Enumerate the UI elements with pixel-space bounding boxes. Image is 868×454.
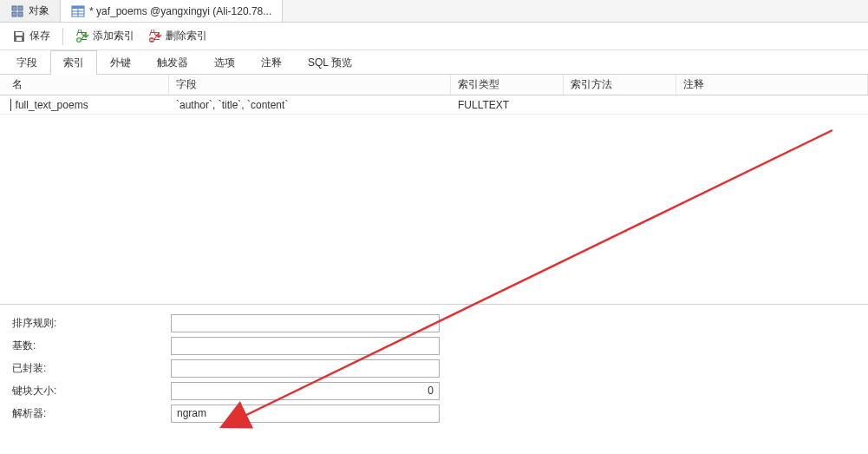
prop-collation-label: 排序规则:	[10, 316, 171, 331]
prop-key-block-size-label: 键块大小:	[10, 384, 171, 398]
prop-cardinality-input[interactable]	[171, 337, 440, 355]
top-tab-bar: 对象 * yaf_poems @yangxingyi (Ali-120.78..…	[0, 0, 868, 23]
index-grid-header: 名 字段 索引类型 索引方法 注释	[0, 75, 868, 95]
save-label: 保存	[29, 29, 50, 43]
tab-comment[interactable]: 注释	[248, 50, 295, 75]
tab-options[interactable]: 选项	[201, 50, 248, 75]
col-header-index-method[interactable]: 索引方法	[564, 75, 676, 95]
objects-icon	[10, 4, 24, 18]
delete-index-button[interactable]: AZ 删除索引	[143, 25, 212, 47]
add-index-button[interactable]: AZ 添加索引	[70, 25, 140, 47]
index-grid-body: `author`, `title`, `content` FULLTEXT	[0, 95, 868, 304]
prop-packed: 已封装:	[10, 357, 858, 379]
prop-cardinality: 基数:	[10, 334, 858, 357]
cell-field[interactable]: `author`, `title`, `content`	[169, 95, 451, 114]
delete-index-label: 删除索引	[166, 29, 207, 43]
prop-cardinality-label: 基数:	[10, 339, 171, 353]
tab-indexes[interactable]: 索引	[50, 50, 97, 75]
top-tab-editor-label: * yaf_poems @yangxingyi (Ali-120.78...	[89, 5, 271, 17]
index-row[interactable]: `author`, `title`, `content` FULLTEXT	[0, 95, 868, 115]
sub-tab-bar: 字段 索引 外键 触发器 选项 注释 SQL 预览	[0, 50, 868, 75]
svg-rect-0	[12, 6, 16, 10]
delete-index-icon: AZ	[148, 30, 162, 43]
top-tab-editor[interactable]: * yaf_poems @yangxingyi (Ali-120.78...	[61, 0, 283, 22]
save-button[interactable]: 保存	[7, 25, 55, 47]
top-tab-objects-label: 对象	[29, 3, 49, 18]
svg-rect-9	[16, 32, 23, 36]
cell-comment[interactable]	[676, 95, 868, 114]
tab-triggers[interactable]: 触发器	[144, 50, 201, 75]
prop-packed-input[interactable]	[171, 359, 440, 378]
separator	[62, 28, 63, 45]
prop-key-block-size: 键块大小:	[10, 379, 858, 402]
svg-rect-3	[18, 12, 23, 16]
tab-sql-preview[interactable]: SQL 预览	[295, 50, 365, 75]
prop-key-block-size-input[interactable]	[171, 382, 440, 400]
prop-packed-label: 已封装:	[10, 361, 171, 376]
toolbar: 保存 AZ 添加索引 AZ 删除索引	[0, 23, 868, 50]
col-header-comment[interactable]: 注释	[676, 75, 868, 95]
prop-collation: 排序规则:	[10, 312, 858, 334]
index-properties-panel: 排序规则: 基数: 已封装: 键块大小: 解析器:	[0, 304, 868, 431]
tab-foreign-keys[interactable]: 外键	[97, 50, 144, 75]
add-index-icon: AZ	[75, 30, 89, 43]
tab-fields[interactable]: 字段	[3, 50, 50, 75]
col-header-index-type[interactable]: 索引类型	[451, 75, 564, 95]
add-index-label: 添加索引	[93, 29, 134, 43]
prop-parser-input[interactable]	[171, 405, 440, 423]
table-icon	[71, 4, 85, 18]
svg-rect-5	[72, 6, 84, 9]
svg-rect-1	[18, 6, 23, 10]
col-header-field[interactable]: 字段	[169, 75, 451, 95]
cell-index-method[interactable]	[564, 95, 676, 114]
cell-index-type[interactable]: FULLTEXT	[451, 95, 564, 114]
svg-rect-10	[16, 37, 22, 41]
top-tab-objects[interactable]: 对象	[0, 0, 61, 22]
save-icon	[12, 30, 26, 43]
svg-rect-2	[12, 12, 16, 16]
prop-parser: 解析器:	[10, 402, 858, 424]
cell-name[interactable]	[0, 95, 169, 114]
prop-parser-label: 解析器:	[10, 406, 171, 421]
text-cursor-icon	[7, 99, 14, 111]
col-header-name[interactable]: 名	[0, 75, 169, 95]
prop-collation-input[interactable]	[171, 314, 440, 332]
index-name-input[interactable]	[16, 99, 162, 111]
